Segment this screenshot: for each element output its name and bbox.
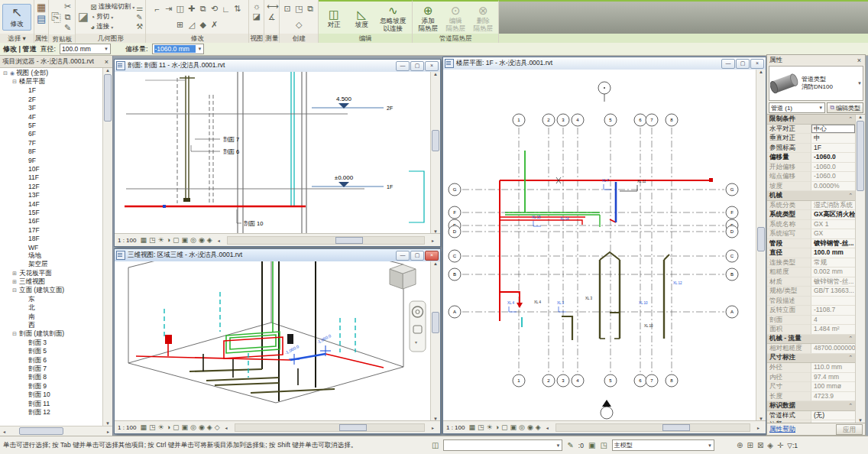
tree-expander-icon[interactable]: ⊟ xyxy=(11,331,18,337)
locked-3d-icon[interactable]: ◇ xyxy=(215,422,220,433)
grid-bubble[interactable]: 4 xyxy=(572,375,584,387)
grid-bubble[interactable]: 1 xyxy=(513,114,525,126)
slope-button[interactable]: ◺ 坡度 xyxy=(348,8,374,28)
reveal-hidden-icon[interactable]: ◉ xyxy=(199,422,205,433)
detail-level-icon[interactable]: ▦ xyxy=(140,235,147,245)
property-row[interactable]: 系统缩写GX xyxy=(767,229,855,239)
grid-bubble[interactable]: B xyxy=(449,268,461,281)
tree-item[interactable]: 东 xyxy=(0,295,102,303)
grid-bubble[interactable]: A xyxy=(726,306,738,318)
trim-icon[interactable]: ∟ xyxy=(221,5,231,14)
offset-combo[interactable]: -1060.0 mm▼ xyxy=(152,44,205,54)
conduit-icon[interactable]: ◇ xyxy=(294,20,304,30)
close-icon[interactable]: × xyxy=(750,59,764,69)
plan-vscrollbar[interactable]: ▲ ▼ xyxy=(756,70,766,421)
press-drag-icon[interactable]: ⊞ xyxy=(747,441,753,449)
pin-icon[interactable]: ◆ xyxy=(198,20,208,30)
grid-bubble[interactable]: 2 xyxy=(542,114,555,126)
shadows-icon[interactable]: ◑ xyxy=(167,422,170,433)
edit-insulation-button[interactable]: ⊙ 编辑隔热层 xyxy=(442,4,468,32)
split-icon[interactable]: ⇅ xyxy=(232,4,242,14)
tree-item[interactable]: 6F xyxy=(0,130,102,138)
demolish-icon[interactable]: ⚒ xyxy=(136,22,143,31)
grid-bubble[interactable]: 7 xyxy=(646,375,658,387)
tree-item[interactable]: 12F xyxy=(0,182,102,190)
delete-icon[interactable]: ✗ xyxy=(209,20,219,30)
select-pinned-icon[interactable]: ◈ xyxy=(767,441,773,449)
property-value[interactable]: 100.0 mm xyxy=(811,248,855,258)
tree-item[interactable]: ⊟楼层平面 xyxy=(0,77,102,86)
temp-dimension[interactable]: -1,060.0 xyxy=(316,333,332,345)
exclude-options-icon[interactable]: ⊕ xyxy=(737,441,743,449)
tree-item[interactable]: 剖面 6 xyxy=(0,356,102,365)
tree-item[interactable]: WF xyxy=(0,243,102,251)
riser-tag[interactable]: XL 15 xyxy=(532,216,541,219)
tree-item[interactable]: 剖面 5 xyxy=(0,348,102,356)
property-value[interactable]: -1108.7 xyxy=(811,306,855,315)
property-section-header[interactable]: 机械⌃ xyxy=(767,191,855,201)
tree-item[interactable]: 剖面 7 xyxy=(0,365,102,373)
property-value[interactable]: -1060.0 xyxy=(811,172,855,181)
property-row[interactable]: 管道样式(无) xyxy=(767,411,855,421)
copy-clipboard-icon[interactable]: ⧉ xyxy=(63,12,73,22)
family-types-icon[interactable]: ▦ xyxy=(37,2,46,13)
measure-distance-icon[interactable]: ⟷ xyxy=(267,2,277,11)
temp-dimension[interactable]: -1,060.0 xyxy=(284,344,300,355)
join-end-cut-button[interactable]: ⊠连接端切割▾ xyxy=(90,2,134,11)
copy-icon[interactable]: ⧉ xyxy=(198,4,208,14)
three-d-hscrollbar[interactable] xyxy=(235,423,425,432)
riser-tag[interactable]: XL 10 xyxy=(639,301,648,305)
property-value[interactable] xyxy=(811,420,855,423)
property-row[interactable]: 坡度0.0000% xyxy=(767,182,855,192)
grid-bubble[interactable]: B xyxy=(726,268,738,281)
property-row[interactable]: 直径100.0 mm xyxy=(767,248,855,258)
property-value[interactable]: 110.0 mm xyxy=(811,363,855,372)
select-underlay-icon[interactable]: ⊠ xyxy=(757,441,763,449)
offset-icon[interactable]: ⇥ xyxy=(164,4,173,14)
property-row[interactable]: 面积1.484 m² xyxy=(767,325,855,335)
property-row[interactable]: 参照标高1F xyxy=(767,144,855,154)
viewcube[interactable] xyxy=(390,264,416,289)
tree-item[interactable]: 3F xyxy=(0,104,102,112)
select-by-face-icon[interactable]: ✛ xyxy=(777,441,783,449)
tree-item[interactable]: 7F xyxy=(0,138,102,147)
tree-item[interactable]: 1F xyxy=(0,86,102,95)
tree-item[interactable]: 西 xyxy=(0,321,102,329)
property-value[interactable]: -1060.0 xyxy=(811,163,855,172)
three-d-window[interactable]: 三维视图: 区域三维 - 水-没洁具.0001.rvt — ▢ × xyxy=(114,248,441,434)
property-row[interactable]: 粗糙度0.002 mm xyxy=(767,268,855,277)
restore-icon[interactable]: ▢ xyxy=(410,251,424,261)
tree-expander-icon[interactable]: ⊞ xyxy=(11,271,18,277)
grid-bubble[interactable]: 7 xyxy=(646,114,658,126)
riser-tag[interactable]: XL 10 xyxy=(644,324,653,328)
pipe-create-icon[interactable]: ◳ xyxy=(294,4,304,14)
paste-icon[interactable]: ⎘ xyxy=(51,11,61,24)
riser-tag[interactable]: XL 4 xyxy=(534,300,542,304)
property-value[interactable]: GX xyxy=(811,229,855,238)
property-row[interactable]: 系统类型GX高区消火栓 xyxy=(767,210,855,220)
tree-item[interactable]: 剖面 11 xyxy=(0,400,102,408)
tree-item[interactable]: ⊞天花板平面 xyxy=(0,269,102,277)
property-row[interactable]: 内径97.4 mm xyxy=(767,373,855,383)
tree-item[interactable]: 2F xyxy=(0,95,102,103)
project-browser-title[interactable]: 项目浏览器 - 水-没洁具.0001.rvt × xyxy=(0,56,112,68)
tree-expander-icon[interactable]: ⊞ xyxy=(11,279,18,285)
properties-vscrollbar[interactable]: ▲ ▼ xyxy=(855,115,865,423)
three-d-view-canvas[interactable]: -1,060.0 -1,060.0 ▾ xyxy=(115,261,431,421)
cope-icon[interactable]: ◪ xyxy=(78,10,89,24)
crop-view-icon[interactable]: ▢ xyxy=(501,422,508,433)
temporary-hide-icon[interactable]: ◎ xyxy=(190,422,196,433)
project-browser-hscrollbar[interactable]: ◂▸ xyxy=(0,426,112,436)
property-row[interactable]: 尺寸100 mmø xyxy=(767,382,855,392)
elevation-marker-bottom[interactable] xyxy=(601,400,613,419)
plan-window[interactable]: 楼层平面: 1F - 水-没洁具.0001.rvt — ▢ × 11223344… xyxy=(442,57,766,434)
property-row[interactable]: 垂直对正中 xyxy=(767,134,855,144)
property-value[interactable]: 镀锌钢管-丝... xyxy=(811,239,855,248)
reveal-hidden-icon[interactable]: ◉ xyxy=(199,235,205,245)
property-row[interactable]: 管段描述 xyxy=(767,297,855,306)
callout-label[interactable]: 剖面 7 xyxy=(223,136,239,143)
ignore-slope-button[interactable]: ∿ 忽略坡度以连接 xyxy=(376,4,410,32)
thin-lines-icon[interactable]: ◪ xyxy=(251,11,261,21)
grid-bubble[interactable]: 8 xyxy=(666,114,678,126)
show-crop-icon[interactable]: ▣ xyxy=(510,422,517,433)
